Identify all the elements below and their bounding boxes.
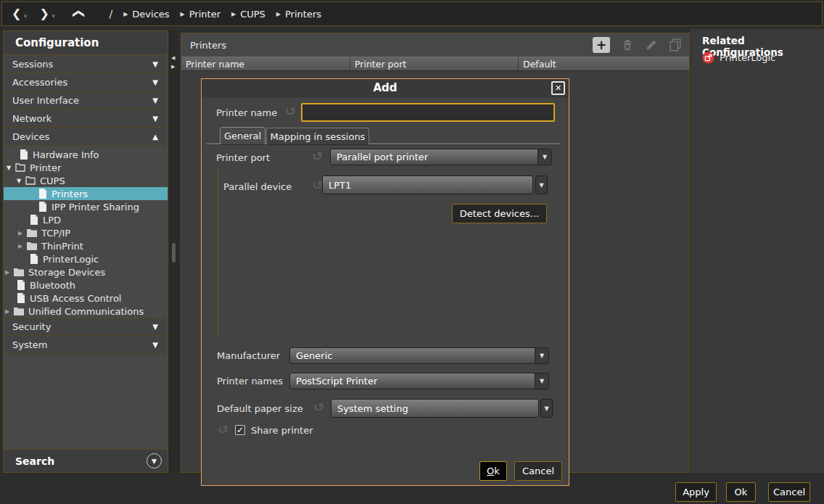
chevron-down-icon: ▼: [535, 348, 548, 363]
breadcrumb-printers[interactable]: ▶ Printers: [276, 9, 321, 20]
tree-collapsed-icon[interactable]: ▶: [5, 269, 14, 276]
breadcrumb-arrow-icon: ▶: [181, 11, 185, 17]
sidebar-item-user-interface[interactable]: User Interface ▼: [4, 91, 168, 110]
file-icon: [17, 293, 25, 303]
dialog-ok-button[interactable]: Ok: [479, 461, 507, 481]
tree-item-tcpip[interactable]: ▶ TCP/IP: [4, 226, 168, 239]
sidebar-splitter[interactable]: ◀ ▶: [169, 30, 178, 473]
tab-mapping-in-sessions[interactable]: Mapping in sessions: [266, 128, 369, 144]
tree-scrollbar-thumb[interactable]: [172, 243, 176, 263]
panel-title: Printers: [190, 40, 226, 51]
duplicate-button[interactable]: [669, 38, 682, 51]
sidebar-item-accessories[interactable]: Accessories ▼: [4, 73, 168, 91]
tree-item-thinprint[interactable]: ▶ ThinPrint: [4, 239, 168, 252]
configuration-sidebar: Configuration Sessions ▼ Accessories ▼ U…: [3, 30, 168, 473]
up-icon[interactable]: ❯: [72, 9, 83, 18]
sidebar-item-sessions[interactable]: Sessions ▼: [4, 55, 168, 73]
printer-name-input[interactable]: [301, 103, 555, 122]
breadcrumb-cups[interactable]: ▶ CUPS: [231, 9, 265, 20]
column-printer-port[interactable]: Printer port: [350, 57, 519, 70]
forward-history-expand-icon[interactable]: ∨: [52, 13, 55, 19]
tree-item-printer[interactable]: ▼ Printer: [4, 161, 168, 174]
footer-ok-button[interactable]: Ok: [726, 482, 756, 502]
file-icon: [30, 215, 38, 225]
file-icon: [20, 149, 28, 160]
reset-icon[interactable]: ↺: [285, 106, 296, 117]
chevron-down-icon: ▼: [535, 373, 548, 389]
chevron-down-icon: ▼: [537, 149, 551, 165]
tree-item-usb-access-control[interactable]: USB Access Control: [4, 292, 168, 305]
sidebar-empty-area: [4, 354, 168, 449]
parallel-device-input[interactable]: LPT1: [322, 175, 533, 194]
collapse-left-icon[interactable]: ◀: [171, 55, 175, 61]
tree-item-bluetooth[interactable]: Bluetooth: [4, 278, 168, 292]
chevron-down-icon: ▼: [152, 60, 158, 68]
folder-icon: [14, 268, 24, 276]
printer-names-label: Printer names: [217, 376, 283, 387]
column-default[interactable]: Default: [519, 57, 689, 70]
breadcrumb-arrow-icon: ▶: [123, 11, 128, 17]
delete-button[interactable]: [621, 38, 634, 51]
column-printer-name[interactable]: Printer name: [181, 57, 350, 70]
breadcrumb-root[interactable]: /: [109, 8, 112, 20]
collapse-right-icon[interactable]: ▶: [171, 64, 175, 70]
tree-item-storage-devices[interactable]: ▶ Storage Devices: [4, 265, 168, 278]
app-window: ❮ ∨ ❯ ∨ ❯ / ▶ Devices ▶ Printer ▶ CUPS ▶…: [0, 0, 824, 504]
tree-expanded-icon[interactable]: ▼: [17, 178, 25, 184]
sidebar-item-security[interactable]: Security ▼: [4, 318, 168, 336]
paper-size-dropdown-button[interactable]: ▼: [540, 399, 553, 418]
sidebar-item-devices[interactable]: Devices ▲: [4, 128, 168, 146]
breadcrumb-printer[interactable]: ▶ Printer: [181, 9, 221, 20]
share-printer-checkbox[interactable]: ✓: [235, 425, 245, 435]
reset-icon[interactable]: ↺: [313, 402, 324, 413]
tree-item-ipp-printer-sharing[interactable]: IPP Printer Sharing: [4, 200, 168, 213]
folder-open-icon: [15, 163, 25, 172]
devices-tree: Hardware Info ▼ Printer ▼ CUPS Printers …: [4, 146, 168, 318]
edit-button[interactable]: [645, 38, 658, 51]
tree-item-lpd[interactable]: LPD: [4, 213, 168, 226]
chevron-down-icon: ▼: [544, 405, 548, 412]
footer-cancel-button[interactable]: Cancel: [768, 482, 810, 502]
paper-size-label: Default paper size: [217, 403, 303, 414]
forward-icon[interactable]: ❯: [40, 8, 49, 20]
share-printer-label: Share printer: [251, 425, 313, 436]
search-expand-button[interactable]: ▼: [147, 453, 162, 468]
tree-item-unified-communications[interactable]: ▶ Unified Communications: [4, 305, 168, 318]
manufacturer-select[interactable]: Generic ▼: [289, 347, 549, 364]
tree-item-printers[interactable]: Printers: [4, 187, 168, 200]
tab-general[interactable]: General: [220, 127, 265, 144]
back-icon[interactable]: ❮: [12, 8, 21, 20]
tree-item-hardware-info[interactable]: Hardware Info: [4, 148, 168, 161]
breadcrumb-arrow-icon: ▶: [276, 11, 281, 17]
tree-collapsed-icon[interactable]: ▶: [18, 243, 27, 249]
sidebar-item-system[interactable]: System ▼: [4, 336, 168, 354]
sidebar-item-network[interactable]: Network ▼: [4, 110, 168, 128]
manufacturer-label: Manufacturer: [217, 350, 280, 361]
dialog-cancel-button[interactable]: Cancel: [514, 461, 562, 481]
detect-devices-button[interactable]: Detect devices...: [452, 204, 547, 223]
search-section[interactable]: Search ▼: [4, 449, 168, 472]
apply-button[interactable]: Apply: [675, 482, 717, 502]
printer-port-select[interactable]: Parallel port printer ▼: [330, 149, 552, 165]
printer-names-select[interactable]: PostScript Printer ▼: [289, 373, 549, 389]
back-history-expand-icon[interactable]: ∨: [23, 13, 27, 19]
parallel-device-dropdown-button[interactable]: ▼: [535, 175, 548, 194]
tree-item-printerlogic[interactable]: PrinterLogic: [4, 252, 168, 265]
breadcrumb-devices[interactable]: ▶ Devices: [123, 9, 169, 20]
reset-icon[interactable]: ↺: [312, 151, 323, 162]
close-icon[interactable]: ✕: [551, 81, 565, 95]
add-button[interactable]: +: [593, 37, 610, 53]
reset-icon[interactable]: ↺: [218, 424, 228, 436]
file-icon: [38, 189, 47, 199]
tree-collapsed-icon[interactable]: ▶: [18, 230, 27, 236]
file-icon: [38, 202, 47, 212]
file-icon: [30, 254, 38, 264]
tree-expanded-icon[interactable]: ▼: [7, 165, 15, 171]
tree-item-cups[interactable]: ▼ CUPS: [4, 174, 168, 187]
chevron-down-icon: ▼: [152, 323, 158, 331]
tree-collapsed-icon[interactable]: ▶: [5, 308, 14, 315]
navigation-toolbar: ❮ ∨ ❯ ∨ ❯ / ▶ Devices ▶ Printer ▶ CUPS ▶…: [1, 1, 823, 26]
paper-size-input[interactable]: System setting: [331, 399, 539, 418]
related-item-printerlogic[interactable]: PrinterLogic: [702, 51, 775, 64]
parallel-device-label: Parallel device: [223, 181, 292, 192]
